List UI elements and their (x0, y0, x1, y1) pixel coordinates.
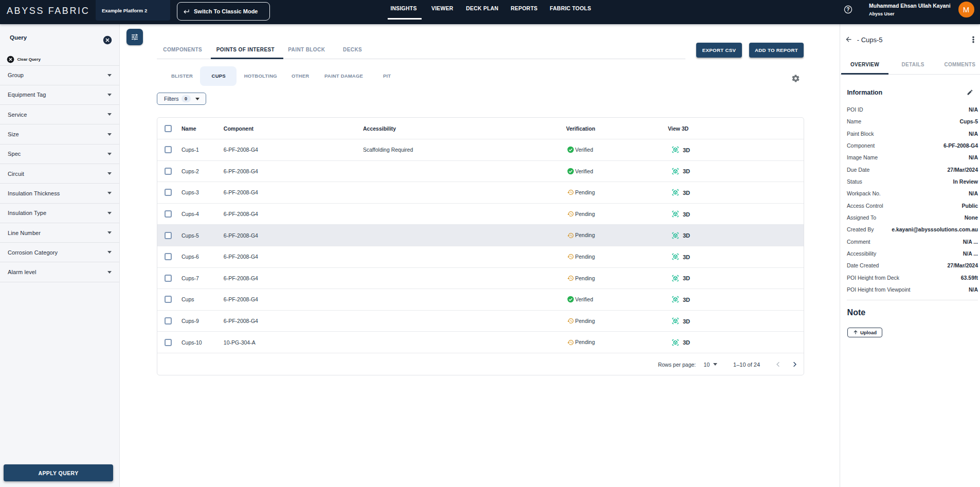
svg-text:?: ? (846, 7, 849, 12)
